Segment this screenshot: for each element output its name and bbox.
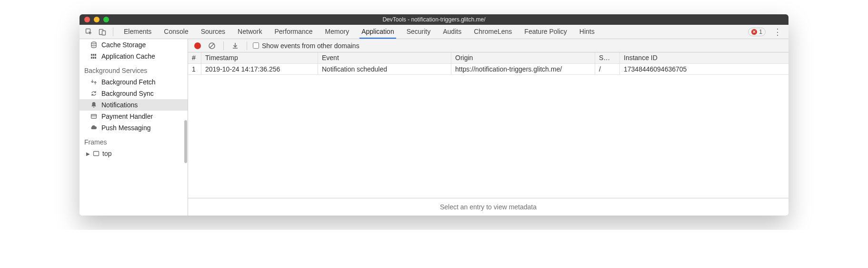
cloud-icon: [90, 124, 98, 131]
sidebar-header-frames: Frames: [80, 134, 188, 148]
window-title: DevTools - notification-triggers.glitch.…: [80, 16, 788, 23]
tab-audits[interactable]: Audits: [441, 25, 463, 39]
error-icon: ✕: [751, 29, 757, 35]
svg-rect-4: [91, 54, 92, 56]
sync-icon: [90, 90, 98, 97]
cell-event: Notification scheduled: [318, 64, 451, 74]
application-sidebar: Cache Storage Application Cache Backgrou…: [80, 39, 188, 216]
traffic-lights: [80, 17, 109, 22]
download-button[interactable]: [229, 41, 241, 51]
tab-sources[interactable]: Sources: [199, 25, 227, 39]
checkbox-label: Show events from other domains: [262, 42, 359, 50]
tab-feature-policy[interactable]: Feature Policy: [522, 25, 569, 39]
sidebar-item-payment-handler[interactable]: Payment Handler: [80, 111, 188, 122]
table-header: # Timestamp Event Origin SW … Instance I…: [188, 52, 788, 64]
minimize-window-button[interactable]: [94, 17, 100, 22]
window-titlebar: DevTools - notification-triggers.glitch.…: [80, 14, 788, 25]
cell-instance-id: 17348446094636705: [620, 64, 788, 74]
record-button[interactable]: [192, 41, 203, 51]
disclosure-triangle-icon[interactable]: ▶: [86, 151, 90, 156]
cell-sw-scope: /: [595, 64, 620, 74]
devtools-tabbar: Elements Console Sources Network Perform…: [80, 25, 788, 39]
sidebar-item-label: Payment Handler: [101, 113, 153, 120]
frame-label: top: [102, 150, 111, 157]
divider: [113, 28, 113, 36]
svg-rect-8: [93, 57, 94, 59]
sidebar-item-label: Notifications: [101, 101, 138, 109]
notifications-toolbar: Show events from other domains: [188, 39, 788, 52]
show-other-domains-checkbox[interactable]: Show events from other domains: [253, 42, 359, 50]
sidebar-item-notifications[interactable]: Notifications: [80, 99, 188, 111]
svg-rect-9: [95, 57, 96, 59]
svg-rect-12: [94, 152, 99, 156]
svg-line-14: [210, 44, 214, 48]
sidebar-item-label: Background Sync: [101, 90, 154, 97]
tab-network[interactable]: Network: [236, 25, 264, 39]
database-icon: [90, 41, 98, 48]
svg-rect-5: [93, 54, 94, 56]
sidebar-item-label: Cache Storage: [101, 41, 146, 49]
more-menu-icon[interactable]: ⋮: [770, 27, 785, 37]
tab-security[interactable]: Security: [405, 25, 433, 39]
close-window-button[interactable]: [84, 17, 90, 22]
cell-timestamp: 2019-10-24 14:17:36.256: [201, 64, 318, 74]
tab-performance[interactable]: Performance: [272, 25, 314, 39]
checkbox-input[interactable]: [253, 42, 259, 49]
col-header-origin[interactable]: Origin: [451, 52, 595, 63]
table-row[interactable]: 1 2019-10-24 14:17:36.256 Notification s…: [188, 64, 788, 75]
notifications-panel: Show events from other domains # Timesta…: [188, 39, 788, 216]
svg-rect-6: [95, 54, 96, 56]
fetch-icon: [90, 79, 98, 85]
sidebar-item-label: Background Fetch: [101, 78, 156, 86]
sidebar-item-push-messaging[interactable]: Push Messaging: [80, 122, 188, 134]
svg-rect-10: [91, 114, 97, 118]
sidebar-scrollbar-thumb[interactable]: [184, 120, 187, 163]
sidebar-item-frame-top[interactable]: ▶ top: [80, 148, 188, 159]
col-header-timestamp[interactable]: Timestamp: [201, 52, 318, 63]
cell-index: 1: [188, 64, 201, 74]
metadata-prompt: Select an entry to view metadata: [188, 198, 788, 216]
clear-button[interactable]: [206, 41, 218, 51]
events-table: # Timestamp Event Origin SW … Instance I…: [188, 52, 788, 198]
col-header-index[interactable]: #: [188, 52, 201, 63]
sidebar-item-application-cache[interactable]: Application Cache: [80, 51, 188, 62]
col-header-event[interactable]: Event: [318, 52, 451, 63]
tab-console[interactable]: Console: [162, 25, 190, 39]
tab-application[interactable]: Application: [359, 25, 396, 39]
sidebar-item-label: Application Cache: [101, 52, 155, 60]
svg-rect-2: [102, 31, 106, 35]
divider: [223, 41, 224, 50]
maximize-window-button[interactable]: [103, 17, 109, 22]
device-toolbar-icon[interactable]: [97, 26, 108, 38]
col-header-instance-id[interactable]: Instance ID: [620, 52, 788, 63]
error-count-badge[interactable]: ✕ 1: [748, 28, 766, 36]
record-icon: [194, 42, 201, 49]
sidebar-item-label: Push Messaging: [101, 124, 151, 132]
sidebar-item-background-sync[interactable]: Background Sync: [80, 88, 188, 99]
error-count: 1: [759, 29, 762, 35]
grid-icon: [90, 53, 98, 60]
devtools-window: DevTools - notification-triggers.glitch.…: [80, 14, 788, 216]
table-body: 1 2019-10-24 14:17:36.256 Notification s…: [188, 64, 788, 198]
sidebar-item-background-fetch[interactable]: Background Fetch: [80, 76, 188, 88]
card-icon: [90, 113, 98, 120]
frame-icon: [93, 150, 100, 157]
tab-memory[interactable]: Memory: [323, 25, 351, 39]
col-header-sw-scope[interactable]: SW …: [595, 52, 620, 63]
bell-icon: [90, 102, 98, 108]
tab-elements[interactable]: Elements: [122, 25, 153, 39]
divider: [247, 41, 247, 50]
cell-origin: https://notification-triggers.glitch.me/: [451, 64, 595, 74]
sidebar-item-cache-storage[interactable]: Cache Storage: [80, 39, 188, 51]
svg-rect-7: [91, 57, 92, 59]
tab-hints[interactable]: Hints: [578, 25, 597, 39]
panel-body: Cache Storage Application Cache Backgrou…: [80, 39, 788, 216]
panel-tabs: Elements Console Sources Network Perform…: [122, 25, 746, 39]
inspect-element-icon[interactable]: [83, 26, 95, 38]
svg-point-3: [91, 42, 96, 44]
sidebar-header-background-services: Background Services: [80, 62, 188, 76]
tab-chromelens[interactable]: ChromeLens: [472, 25, 514, 39]
